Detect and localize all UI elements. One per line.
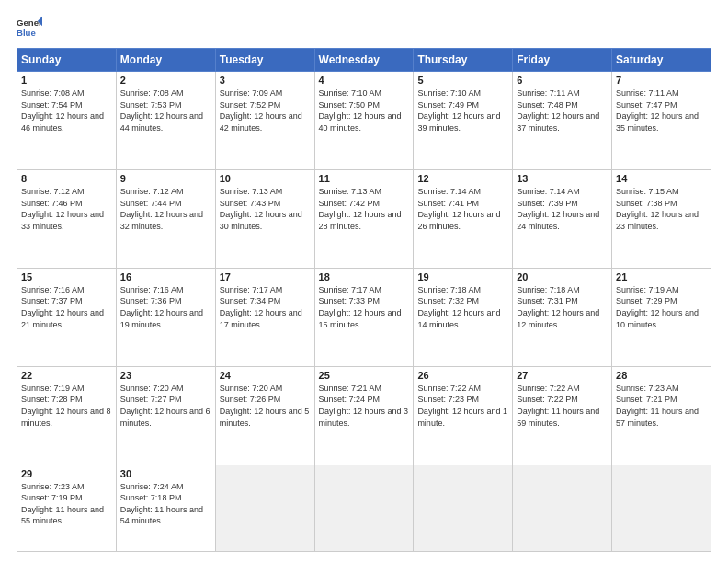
calendar-week-0: 1 Sunrise: 7:08 AMSunset: 7:54 PMDayligh… [17,72,711,170]
calendar-cell: 2 Sunrise: 7:08 AMSunset: 7:53 PMDayligh… [116,72,215,170]
calendar-cell [513,465,612,551]
cell-info: Sunrise: 7:22 AMSunset: 7:23 PMDaylight:… [417,384,507,428]
calendar-cell: 12 Sunrise: 7:14 AMSunset: 7:41 PMDaylig… [414,169,513,268]
calendar-cell: 5 Sunrise: 7:10 AMSunset: 7:49 PMDayligh… [414,72,513,170]
calendar-cell: 6 Sunrise: 7:11 AMSunset: 7:48 PMDayligh… [513,72,612,170]
svg-text:Blue: Blue [17,28,36,38]
day-number: 3 [220,75,311,86]
calendar-cell: 14 Sunrise: 7:15 AMSunset: 7:38 PMDaylig… [612,169,711,268]
calendar-cell: 13 Sunrise: 7:14 AMSunset: 7:39 PMDaylig… [513,169,612,268]
day-header-sunday: Sunday [17,49,117,72]
day-number: 5 [417,75,508,86]
day-header-saturday: Saturday [612,49,711,72]
day-number: 8 [21,173,112,184]
day-number: 27 [517,370,608,381]
calendar-cell [215,465,314,551]
day-number: 2 [120,75,211,86]
cell-info: Sunrise: 7:18 AMSunset: 7:31 PMDaylight:… [517,285,599,329]
cell-info: Sunrise: 7:23 AMSunset: 7:21 PMDaylight:… [616,384,699,428]
day-header-thursday: Thursday [414,49,513,72]
calendar-cell: 17 Sunrise: 7:17 AMSunset: 7:34 PMDaylig… [215,268,314,366]
cell-info: Sunrise: 7:10 AMSunset: 7:49 PMDaylight:… [417,88,500,132]
cell-info: Sunrise: 7:08 AMSunset: 7:53 PMDaylight:… [120,88,203,132]
cell-info: Sunrise: 7:23 AMSunset: 7:19 PMDaylight:… [21,482,104,526]
cell-info: Sunrise: 7:12 AMSunset: 7:44 PMDaylight:… [120,187,203,231]
cell-info: Sunrise: 7:24 AMSunset: 7:18 PMDaylight:… [120,482,203,526]
day-number: 6 [517,75,608,86]
header: General Blue [17,15,711,40]
day-header-friday: Friday [513,49,612,72]
cell-info: Sunrise: 7:08 AMSunset: 7:54 PMDaylight:… [21,88,104,132]
day-header-wednesday: Wednesday [314,49,414,72]
cell-info: Sunrise: 7:13 AMSunset: 7:42 PMDaylight:… [319,187,402,231]
calendar-header-row: SundayMondayTuesdayWednesdayThursdayFrid… [17,49,711,72]
calendar-cell: 19 Sunrise: 7:18 AMSunset: 7:32 PMDaylig… [414,268,513,366]
calendar-cell: 9 Sunrise: 7:12 AMSunset: 7:44 PMDayligh… [116,169,215,268]
calendar-cell: 30 Sunrise: 7:24 AMSunset: 7:18 PMDaylig… [116,465,215,551]
day-number: 13 [517,173,608,184]
day-number: 26 [417,370,508,381]
day-number: 24 [220,370,311,381]
page: General Blue SundayMondayTuesdayWednesda… [0,0,728,563]
cell-info: Sunrise: 7:20 AMSunset: 7:26 PMDaylight:… [220,384,310,428]
day-header-tuesday: Tuesday [215,49,314,72]
day-number: 18 [319,271,410,282]
day-number: 9 [120,173,211,184]
calendar-cell: 27 Sunrise: 7:22 AMSunset: 7:22 PMDaylig… [513,366,612,465]
cell-info: Sunrise: 7:15 AMSunset: 7:38 PMDaylight:… [616,187,699,231]
day-number: 15 [21,271,112,282]
calendar-cell: 15 Sunrise: 7:16 AMSunset: 7:37 PMDaylig… [17,268,117,366]
calendar-cell: 1 Sunrise: 7:08 AMSunset: 7:54 PMDayligh… [17,72,117,170]
day-number: 28 [616,370,707,381]
day-header-monday: Monday [116,49,215,72]
calendar-cell: 24 Sunrise: 7:20 AMSunset: 7:26 PMDaylig… [215,366,314,465]
calendar-cell: 8 Sunrise: 7:12 AMSunset: 7:46 PMDayligh… [17,169,117,268]
day-number: 30 [120,468,211,479]
day-number: 11 [319,173,410,184]
calendar-cell [612,465,711,551]
calendar-cell: 4 Sunrise: 7:10 AMSunset: 7:50 PMDayligh… [314,72,414,170]
calendar-cell: 11 Sunrise: 7:13 AMSunset: 7:42 PMDaylig… [314,169,414,268]
calendar-cell: 16 Sunrise: 7:16 AMSunset: 7:36 PMDaylig… [116,268,215,366]
day-number: 4 [319,75,410,86]
cell-info: Sunrise: 7:11 AMSunset: 7:47 PMDaylight:… [616,88,699,132]
calendar-cell: 21 Sunrise: 7:19 AMSunset: 7:29 PMDaylig… [612,268,711,366]
calendar-week-3: 22 Sunrise: 7:19 AMSunset: 7:28 PMDaylig… [17,366,711,465]
day-number: 29 [21,468,112,479]
cell-info: Sunrise: 7:12 AMSunset: 7:46 PMDaylight:… [21,187,104,231]
calendar-cell: 10 Sunrise: 7:13 AMSunset: 7:43 PMDaylig… [215,169,314,268]
cell-info: Sunrise: 7:16 AMSunset: 7:36 PMDaylight:… [120,285,203,329]
svg-text:General: General [17,17,42,28]
day-number: 23 [120,370,211,381]
calendar-cell: 18 Sunrise: 7:17 AMSunset: 7:33 PMDaylig… [314,268,414,366]
day-number: 12 [417,173,508,184]
calendar-cell: 23 Sunrise: 7:20 AMSunset: 7:27 PMDaylig… [116,366,215,465]
day-number: 1 [21,75,112,86]
calendar-cell [314,465,414,551]
day-number: 16 [120,271,211,282]
day-number: 20 [517,271,608,282]
calendar-cell: 20 Sunrise: 7:18 AMSunset: 7:31 PMDaylig… [513,268,612,366]
day-number: 21 [616,271,707,282]
calendar-cell: 29 Sunrise: 7:23 AMSunset: 7:19 PMDaylig… [17,465,117,551]
cell-info: Sunrise: 7:22 AMSunset: 7:22 PMDaylight:… [517,384,599,428]
calendar-cell: 7 Sunrise: 7:11 AMSunset: 7:47 PMDayligh… [612,72,711,170]
day-number: 17 [220,271,311,282]
cell-info: Sunrise: 7:19 AMSunset: 7:28 PMDaylight:… [21,384,111,428]
cell-info: Sunrise: 7:20 AMSunset: 7:27 PMDaylight:… [120,384,210,428]
cell-info: Sunrise: 7:13 AMSunset: 7:43 PMDaylight:… [220,187,302,231]
calendar-cell [414,465,513,551]
day-number: 25 [319,370,410,381]
logo-icon: General Blue [17,15,42,40]
cell-info: Sunrise: 7:10 AMSunset: 7:50 PMDaylight:… [319,88,402,132]
logo: General Blue [17,15,42,40]
calendar-cell: 26 Sunrise: 7:22 AMSunset: 7:23 PMDaylig… [414,366,513,465]
day-number: 22 [21,370,112,381]
day-number: 19 [417,271,508,282]
cell-info: Sunrise: 7:16 AMSunset: 7:37 PMDaylight:… [21,285,104,329]
cell-info: Sunrise: 7:09 AMSunset: 7:52 PMDaylight:… [220,88,302,132]
cell-info: Sunrise: 7:17 AMSunset: 7:33 PMDaylight:… [319,285,402,329]
cell-info: Sunrise: 7:17 AMSunset: 7:34 PMDaylight:… [220,285,302,329]
day-number: 10 [220,173,311,184]
calendar-table: SundayMondayTuesdayWednesdayThursdayFrid… [17,48,711,552]
